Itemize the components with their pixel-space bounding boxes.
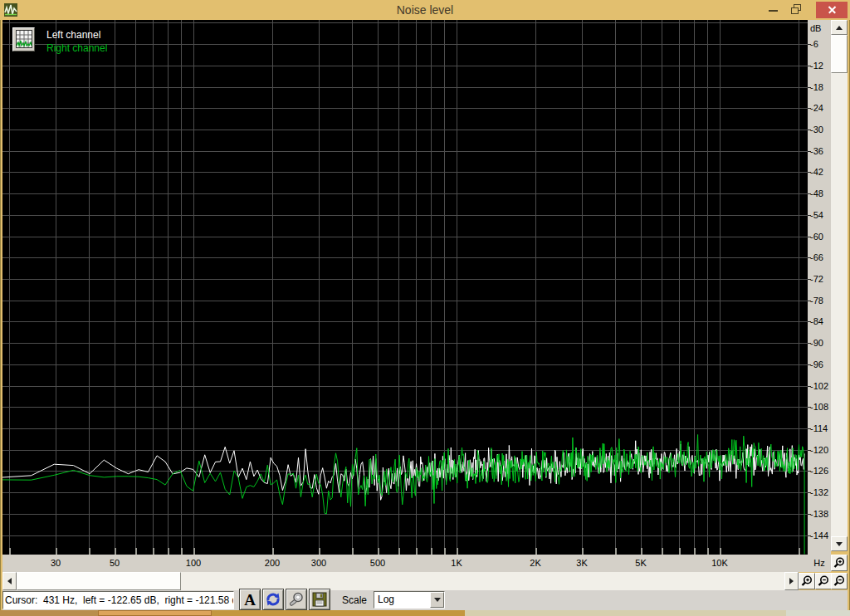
v-zoom-in-button[interactable] [831,555,848,571]
y-tick-mark [808,514,811,515]
scroll-right-button[interactable] [784,572,799,590]
window-title: Noise level [0,0,850,20]
y-tick-label: -108 [810,402,828,413]
y-axis-unit: dB [810,23,821,34]
restore-button[interactable] [790,4,804,16]
minimize-button[interactable] [769,10,778,12]
left-arrow-icon [7,578,12,584]
axis-tick-marks [10,548,799,555]
x-tick-label: 10K [701,558,738,568]
x-tick-label: 1K [438,558,475,568]
y-tick-mark [808,279,811,280]
y-tick-mark [808,364,811,365]
scale-value: Log [378,592,394,608]
taskbar-sliver [0,610,850,616]
y-tick-mark [808,343,811,344]
y-tick-label: -36 [810,146,823,157]
y-tick-label: -138 [810,509,828,520]
noise-spectrum-plot[interactable] [2,20,808,555]
legend-right-channel: Right channel [46,42,107,55]
x-tick-label: 200 [254,558,291,568]
y-tick-mark [808,87,811,88]
y-tick-mark [808,151,811,152]
zoom-in-icon [800,574,813,588]
zoom-in-icon [833,556,846,570]
spectrum-grid-icon [16,30,32,48]
h-scrollbar[interactable] [2,572,799,590]
app-window: Noise level Le [0,0,850,616]
close-button[interactable] [816,2,848,18]
y-tick-mark [808,257,811,258]
v-zoom-out-button[interactable] [831,573,848,589]
x-tick-label: 500 [359,558,396,568]
right-arrow-icon [789,578,794,584]
y-tick-mark [808,450,811,451]
legend-toggle-button[interactable] [12,27,35,51]
x-axis-labels: 30501002003005001K2K3K5K10K [2,555,808,572]
y-tick-label: -12 [810,61,823,71]
x-tick-label: 5K [623,558,659,568]
y-tick-label: -102 [810,381,828,392]
y-tick-mark [808,237,811,237]
plot-area[interactable]: Left channel Right channel [2,20,808,555]
scroll-down-button[interactable] [831,536,848,551]
y-axis-labels: dB -6-12-18-24-30-36-42-48-54-60-66-72-7… [808,20,831,555]
y-tick-mark [808,130,811,130]
y-tick-mark [808,44,811,45]
y-tick-label: -114 [810,423,828,434]
scroll-left-button[interactable] [2,572,17,590]
x-tick-label: 300 [300,558,337,568]
y-tick-label: -66 [810,252,823,263]
legend-left-channel: Left channel [46,28,107,42]
y-tick-mark [808,66,811,66]
inspect-button[interactable] [286,589,307,610]
combobox-drop-button[interactable] [430,592,444,608]
save-button[interactable] [309,589,330,610]
v-scrollbar[interactable] [831,20,848,551]
y-tick-mark [808,428,811,429]
x-tick-label: 2K [517,558,554,568]
y-tick-label: -144 [810,530,828,541]
h-zoom-in-button[interactable] [799,573,815,589]
y-tick-mark [808,471,811,472]
y-tick-label: -90 [810,338,823,349]
magnifier-icon [288,591,305,608]
y-tick-mark [808,108,811,109]
scale-label: Scale [342,590,367,610]
font-button[interactable]: A [239,589,261,610]
y-tick-mark [808,492,811,493]
y-tick-mark [808,535,811,536]
x-tick-label: 50 [96,558,133,568]
zoom-out-icon [833,574,846,588]
v-scrollbar-thumb[interactable] [831,35,848,73]
y-tick-mark [808,301,811,301]
font-icon: A [244,592,256,608]
up-arrow-icon [836,26,843,30]
h-scrollbar-thumb[interactable] [17,572,181,590]
x-axis-unit: Hz [808,555,831,572]
x-tick-label: 3K [564,558,600,568]
scale-combobox[interactable]: Log [374,591,445,609]
zoom-out-icon [817,574,830,588]
y-tick-mark [808,193,811,194]
y-tick-mark [808,407,811,408]
refresh-icon [265,591,281,608]
y-tick-label: -6 [810,39,818,50]
statusbar: Cursor: 431 Hz, left = -122.65 dB, right… [2,590,848,610]
y-tick-label: -72 [810,274,823,285]
y-tick-label: -126 [810,466,828,477]
down-arrow-icon [836,542,843,546]
y-tick-label: -30 [810,125,823,135]
refresh-button[interactable] [262,589,284,610]
y-tick-label: -54 [810,210,823,221]
h-zoom-out-button[interactable] [815,573,832,589]
y-tick-label: -60 [810,232,823,242]
y-tick-label: -132 [810,487,828,498]
y-tick-label: -96 [810,359,823,370]
y-tick-label: -78 [810,296,823,306]
floppy-disk-icon [311,591,328,608]
scroll-up-button[interactable] [831,20,848,35]
titlebar[interactable]: Noise level [0,0,850,20]
x-tick-label: 30 [37,558,74,568]
y-tick-label: -84 [810,316,823,327]
